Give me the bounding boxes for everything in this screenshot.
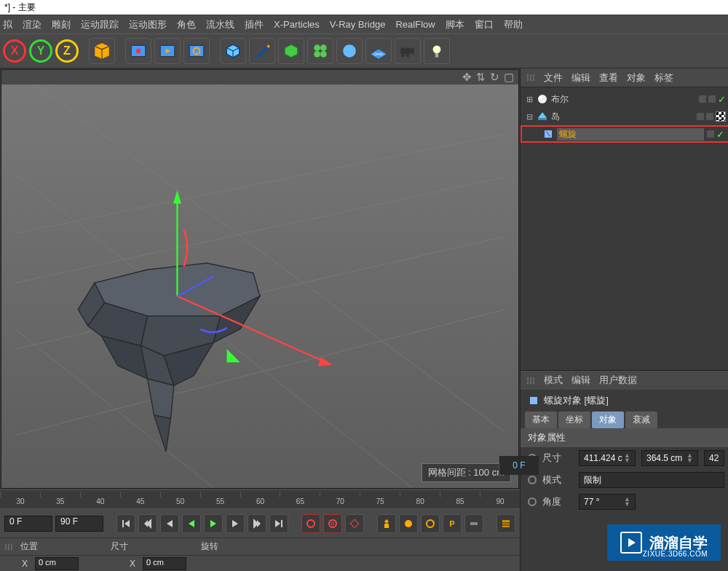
menu-item[interactable]: 运动跟踪 <box>81 18 119 31</box>
viewport-toolbar: ✥ ⇅ ↻ ▢ <box>1 70 518 84</box>
attr-menu-edit[interactable]: 编辑 <box>571 374 590 387</box>
section-heading: 对象属性 <box>521 428 728 447</box>
watermark: 溜溜自学 ZIXUE.3D66.COM <box>607 524 721 561</box>
axis-z-button[interactable]: Z <box>55 39 79 63</box>
obj-menu-view[interactable]: 查看 <box>599 71 618 84</box>
obj-menu-file[interactable]: 文件 <box>544 71 563 84</box>
svg-point-8 <box>314 51 320 58</box>
tree-item-boole[interactable]: ⊞ 布尔 ✓ <box>521 90 728 108</box>
tab-coord[interactable]: 坐标 <box>558 411 590 428</box>
axis-x-button[interactable]: X <box>3 39 26 63</box>
zoom-view-icon[interactable]: ⇅ <box>476 71 486 84</box>
pos-x-input[interactable]: 0 cm <box>35 557 79 570</box>
obj-menu-object[interactable]: 对象 <box>627 71 646 84</box>
key-rotation-icon[interactable] <box>421 514 440 533</box>
floor-icon[interactable] <box>365 38 392 64</box>
tab-basic[interactable]: 基本 <box>525 411 557 428</box>
tree-item-twist[interactable]: 螺旋 ✓ <box>521 125 728 143</box>
tab-falloff[interactable]: 衰减 <box>625 411 657 428</box>
dopesheet-icon[interactable] <box>496 514 515 533</box>
svg-rect-10 <box>400 48 410 55</box>
menu-item[interactable]: 拟 <box>3 18 12 31</box>
anim-dot[interactable] <box>528 497 537 506</box>
menu-item[interactable]: 角色 <box>177 18 196 31</box>
attr-menu-mode[interactable]: 模式 <box>544 374 563 387</box>
tab-object[interactable]: 对象 <box>592 411 624 428</box>
move-view-icon[interactable]: ✥ <box>462 71 472 84</box>
object-manager: ⁞⁞⁞ 文件 编辑 查看 对象 标签 ⊞ 布尔 ✓ ⊟ 岛 <box>521 68 728 370</box>
svg-marker-33 <box>173 190 181 203</box>
record-icon[interactable] <box>301 514 320 533</box>
goto-start-icon[interactable] <box>116 514 135 533</box>
menu-item[interactable]: 渲染 <box>23 18 41 31</box>
svg-point-11 <box>401 54 404 57</box>
pen-spline-icon[interactable] <box>249 38 275 64</box>
anim-dot[interactable] <box>528 476 537 484</box>
play-back-icon[interactable] <box>182 514 201 533</box>
next-key-icon[interactable] <box>248 514 266 533</box>
menu-item[interactable]: 帮助 <box>504 18 523 31</box>
key-pla-icon[interactable] <box>464 514 483 533</box>
menu-item[interactable]: RealFlow <box>395 19 435 30</box>
attr-menu-userdata[interactable]: 用户数据 <box>599 374 637 387</box>
key-param-icon[interactable]: P <box>443 514 462 533</box>
obj-menu-edit[interactable]: 编辑 <box>571 71 590 84</box>
mode-select[interactable]: 限制 <box>579 472 724 488</box>
play-forward-icon[interactable] <box>204 514 223 533</box>
camera-icon[interactable] <box>395 38 421 64</box>
title-bar: *] - 主要 <box>0 0 728 15</box>
main-menu: 拟 渲染 雕刻 运动跟踪 运动图形 角色 流水线 插件 X-Particles … <box>0 15 728 34</box>
sphere-icon <box>537 93 548 105</box>
key-position-icon[interactable] <box>377 514 396 533</box>
prev-frame-icon[interactable] <box>160 514 179 533</box>
timeline-ruler[interactable]: 30 35 40 45 50 55 60 65 70 75 80 85 90 <box>0 489 520 508</box>
viewport[interactable]: ✥ ⇅ ↻ ▢ <box>1 69 519 489</box>
menu-item[interactable]: 脚本 <box>446 18 464 31</box>
size-z-input[interactable]: 42 <box>704 450 724 466</box>
tree-item-island[interactable]: ⊟ 岛 <box>521 108 728 125</box>
viewport-canvas[interactable]: 网格间距 : 100 cm <box>1 84 518 488</box>
menu-item[interactable]: V-Ray Bridge <box>330 19 386 30</box>
menu-item[interactable]: 雕刻 <box>52 18 71 31</box>
next-frame-icon[interactable] <box>226 514 245 533</box>
start-frame-input[interactable]: 0 F <box>4 516 52 532</box>
menu-item[interactable]: 流水线 <box>206 18 234 31</box>
svg-point-9 <box>320 51 327 58</box>
light-icon[interactable] <box>424 38 450 64</box>
array-icon[interactable] <box>307 38 333 64</box>
material-tag-icon[interactable] <box>716 111 726 122</box>
svg-point-38 <box>329 520 336 527</box>
coordinate-inputs: X 0 cm X 0 cm <box>0 555 520 571</box>
end-frame-input[interactable]: 90 F <box>55 516 103 532</box>
prev-key-icon[interactable] <box>138 514 157 533</box>
menu-item[interactable]: 窗口 <box>475 18 494 31</box>
twist-deformer-icon <box>528 395 539 406</box>
goto-end-icon[interactable] <box>269 514 288 533</box>
frame-view-icon[interactable]: ▢ <box>504 71 514 84</box>
render-frame-icon[interactable] <box>125 38 151 64</box>
angle-input[interactable]: 77 °▲▼ <box>579 494 636 510</box>
island-icon <box>537 111 548 122</box>
keyframe-options-icon[interactable] <box>345 514 364 533</box>
menu-item[interactable]: X-Particles <box>274 19 320 30</box>
nurbs-icon[interactable] <box>278 38 304 64</box>
autokey-icon[interactable] <box>323 514 342 533</box>
render-region-icon[interactable] <box>154 38 181 64</box>
size-x-input[interactable]: 0 cm <box>143 557 186 570</box>
size-x-input[interactable]: 411.424 c▲▼ <box>579 450 636 466</box>
size-y-input[interactable]: 364.5 cm▲▼ <box>641 450 698 466</box>
deformer-icon[interactable] <box>336 38 363 64</box>
cube-icon[interactable] <box>89 38 115 64</box>
render-settings-icon[interactable] <box>183 38 210 64</box>
axis-y-button[interactable]: Y <box>29 39 52 63</box>
menu-item[interactable]: 插件 <box>245 18 264 31</box>
rotate-view-icon[interactable]: ↻ <box>490 71 499 84</box>
svg-point-1 <box>136 49 141 54</box>
svg-rect-51 <box>538 118 547 120</box>
primitive-cube-icon[interactable] <box>220 38 246 64</box>
svg-rect-40 <box>350 519 358 527</box>
key-scale-icon[interactable] <box>399 514 418 533</box>
svg-point-41 <box>405 520 412 527</box>
obj-menu-tags[interactable]: 标签 <box>654 71 673 84</box>
menu-item[interactable]: 运动图形 <box>129 18 167 31</box>
